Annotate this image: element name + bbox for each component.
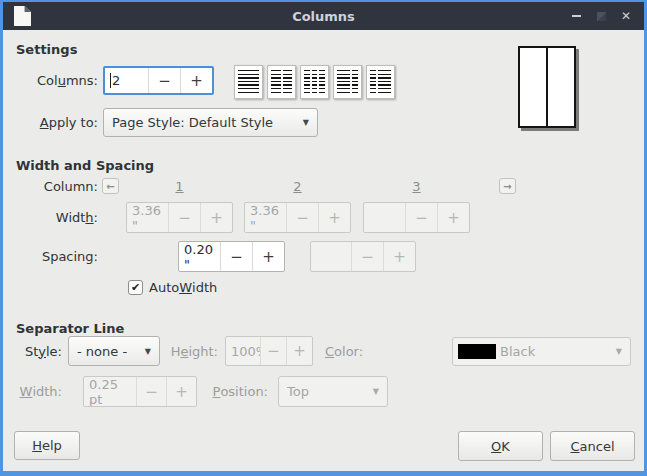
separator-width-label: Width:	[10, 376, 62, 407]
width-2-decrement-button: −	[286, 203, 318, 232]
separator-width-spinbox: 0.25 pt − +	[83, 376, 197, 407]
maximize-icon	[597, 12, 606, 21]
color-label: Color:	[325, 336, 385, 366]
window-title: Columns	[3, 9, 644, 24]
cancel-button[interactable]: Cancel	[550, 431, 635, 461]
preset-left-wide-button[interactable]	[333, 65, 362, 99]
column-number-2: 2	[244, 179, 351, 194]
close-button[interactable]: ✕	[618, 8, 634, 24]
separator-width-decrement-button: −	[136, 377, 166, 406]
columns-spinbox[interactable]: 2 − +	[103, 66, 214, 95]
color-dropdown: Black ▼	[452, 337, 631, 366]
autowidth-label[interactable]: AutoWidth	[149, 280, 269, 295]
position-label: Position:	[198, 376, 268, 407]
columns-increment-button[interactable]: +	[180, 68, 212, 93]
width-3-increment-button: +	[437, 203, 469, 232]
position-value: Top	[287, 384, 309, 399]
titlebar[interactable]: Columns ✕	[3, 2, 644, 30]
spacing-1-decrement-button[interactable]: −	[220, 242, 252, 271]
columns-dialog-window: Columns ✕ Settings Columns: 2 − + App	[0, 0, 647, 476]
columns-decrement-button[interactable]: −	[148, 68, 180, 93]
height-spinbox: 100% − +	[225, 336, 313, 366]
column-presets	[234, 65, 395, 99]
width-2-spinbox: 3.36 " − +	[244, 202, 351, 233]
three-columns-icon	[319, 70, 325, 94]
separator-line-header: Separator Line	[16, 321, 124, 336]
position-dropdown: Top ▼	[278, 376, 388, 407]
right-wide-columns-icon	[378, 70, 391, 94]
preset-one-column-button[interactable]	[234, 65, 263, 99]
height-decrement-button: −	[260, 337, 286, 365]
preset-three-columns-button[interactable]	[300, 65, 329, 99]
style-value: - none -	[77, 344, 127, 359]
previous-column-button[interactable]: ←	[102, 178, 119, 194]
maximize-button[interactable]	[593, 8, 609, 24]
color-swatch	[458, 344, 496, 359]
spacing-1-increment-button[interactable]: +	[252, 242, 284, 271]
help-button[interactable]: Help	[14, 431, 80, 460]
ok-button[interactable]: OK	[458, 431, 543, 461]
columns-label: Columns:	[10, 66, 98, 95]
width-3-spinbox: − +	[363, 202, 470, 233]
apply-to-label: Apply to:	[10, 108, 98, 137]
column-number-1: 1	[126, 179, 233, 194]
autowidth-checkbox[interactable]: ✔	[128, 280, 143, 295]
spacing-label: Spacing:	[10, 241, 98, 272]
dialog-content: Settings Columns: 2 − + Apply to: Page S…	[3, 30, 644, 471]
chevron-down-icon: ▼	[373, 387, 379, 396]
right-arrow-icon: →	[503, 181, 511, 192]
column-number-3: 3	[363, 179, 470, 194]
preset-two-columns-button[interactable]	[267, 65, 296, 99]
page-preview	[518, 46, 576, 128]
apply-to-dropdown[interactable]: Page Style: Default Style ▼	[103, 108, 318, 137]
chevron-down-icon: ▼	[616, 347, 622, 356]
left-wide-columns-icon	[352, 70, 358, 94]
minimize-icon	[572, 15, 581, 17]
width-2-increment-button: +	[318, 203, 350, 232]
checkmark-icon: ✔	[131, 281, 140, 294]
separator-width-increment-button: +	[166, 377, 196, 406]
width-3-decrement-button: −	[405, 203, 437, 232]
settings-header: Settings	[16, 42, 77, 57]
preview-column-1	[520, 48, 546, 126]
width-1-spinbox: 3.36 " − +	[126, 202, 233, 233]
spacing-1-spinbox[interactable]: 0.20 " − +	[178, 241, 285, 272]
chevron-down-icon: ▼	[303, 118, 309, 127]
one-column-icon	[238, 70, 259, 94]
preset-right-wide-button[interactable]	[366, 65, 395, 99]
minimize-button[interactable]	[568, 8, 584, 24]
text-cursor	[110, 73, 111, 88]
spacing-2-decrement-button: −	[351, 242, 383, 271]
column-label: Column:	[10, 178, 98, 195]
height-label: Height:	[150, 336, 218, 366]
color-value: Black	[500, 344, 535, 359]
spacing-2-increment-button: +	[383, 242, 415, 271]
columns-value[interactable]: 2	[105, 68, 148, 93]
style-dropdown[interactable]: - none - ▼	[68, 336, 160, 366]
style-label: Style:	[10, 336, 62, 366]
two-columns-icon	[283, 70, 293, 94]
width-label: Width:	[10, 202, 98, 233]
width-1-decrement-button: −	[168, 203, 200, 232]
preview-column-2	[548, 48, 574, 126]
left-arrow-icon: ←	[106, 181, 114, 192]
width-1-increment-button: +	[200, 203, 232, 232]
apply-to-value: Page Style: Default Style	[112, 115, 273, 130]
width-spacing-header: Width and Spacing	[16, 158, 154, 173]
spacing-2-spinbox: − +	[310, 241, 416, 272]
next-column-button[interactable]: →	[499, 178, 516, 194]
height-increment-button: +	[286, 337, 312, 365]
